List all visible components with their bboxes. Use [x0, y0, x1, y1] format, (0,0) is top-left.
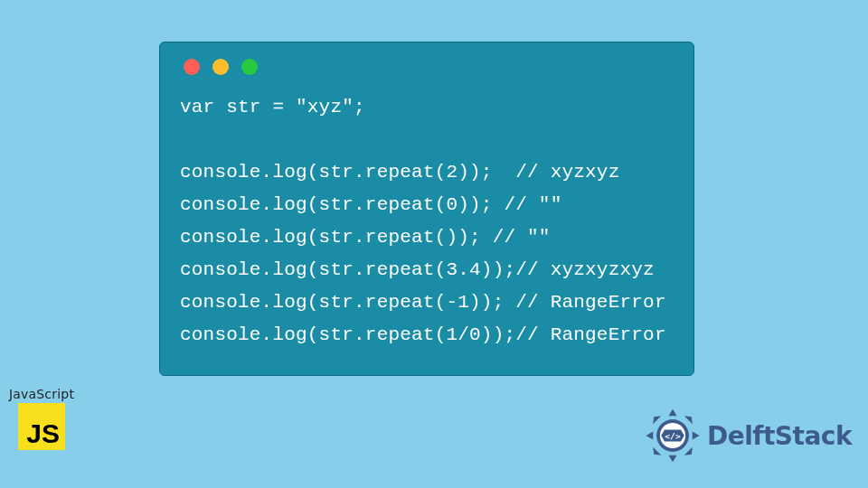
svg-marker-6	[646, 432, 653, 440]
delftstack-brand-name: DelftStack	[707, 421, 852, 451]
minimize-dot	[212, 59, 229, 75]
svg-marker-1	[684, 416, 693, 424]
js-logo-letter-j: J	[26, 418, 42, 449]
js-logo-letter-s: S	[42, 418, 60, 449]
svg-marker-4	[668, 455, 676, 463]
delftstack-logo-icon: </>	[644, 407, 702, 465]
svg-marker-0	[668, 409, 676, 417]
svg-text:</>: </>	[665, 431, 681, 441]
svg-marker-2	[693, 432, 700, 440]
window-controls	[184, 59, 674, 75]
delftstack-brand: </> DelftStack	[644, 407, 852, 465]
svg-marker-5	[653, 447, 661, 455]
javascript-logo-icon: J S	[18, 403, 65, 450]
svg-marker-3	[684, 447, 693, 455]
maximize-dot	[241, 59, 258, 75]
svg-marker-7	[653, 416, 661, 424]
javascript-label: JavaScript	[5, 387, 78, 401]
javascript-badge: JavaScript J S	[5, 387, 78, 450]
code-window: var str = "xyz"; console.log(str.repeat(…	[159, 42, 694, 376]
code-block: var str = "xyz"; console.log(str.repeat(…	[180, 91, 674, 352]
close-dot	[184, 59, 200, 75]
